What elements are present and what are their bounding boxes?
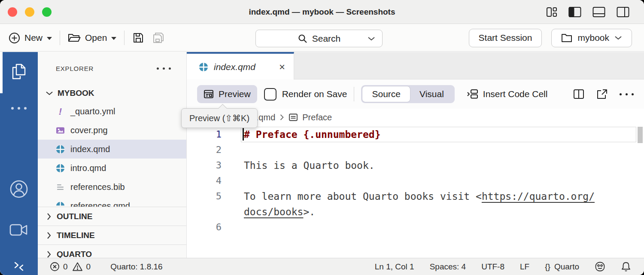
problems-warnings[interactable]: 0 [72, 262, 91, 272]
file-row-cover-png[interactable]: cover.png [38, 121, 186, 140]
remote-indicator[interactable] [0, 258, 38, 275]
problems-errors[interactable]: 0 [50, 262, 68, 272]
toggle-primary-sidebar-icon[interactable] [568, 6, 581, 18]
tab-index-qmd[interactable]: index.qmd × [187, 52, 294, 80]
explorer-sidebar: EXPLORER MYBOOK ! _quarto.yml [38, 52, 187, 258]
feedback-smiley-icon[interactable] [595, 261, 605, 272]
toggle-secondary-sidebar-icon[interactable] [617, 6, 629, 18]
code-line[interactable]: 6 [187, 220, 635, 235]
file-row-references-qmd[interactable]: references.qmd [38, 196, 186, 207]
insert-code-cell-button[interactable]: Insert Code Cell [467, 89, 548, 100]
workspace-switcher-button[interactable]: mybook [551, 29, 632, 47]
file-label: references.bib [70, 182, 125, 192]
encoding-status[interactable]: UTF-8 [481, 262, 504, 272]
render-on-save-checkbox[interactable] [264, 88, 276, 101]
text-cursor [243, 128, 244, 141]
section-quarto[interactable]: QUARTO [38, 244, 186, 258]
file-label: _quarto.yml [70, 107, 115, 116]
toggle-panel-icon[interactable] [592, 6, 605, 18]
file-label: cover.png [70, 125, 108, 135]
status-bar: 0 0 Quarto: 1.8.16 Ln 1, Col 1 Spaces: 4… [0, 258, 644, 275]
visual-mode-button[interactable]: Visual [410, 86, 453, 102]
preview-button[interactable]: Preview [197, 85, 257, 103]
root-folder-row[interactable]: MYBOOK [38, 85, 186, 102]
code-editor[interactable]: 1# Preface {.unnumbered}23This is a Quar… [187, 126, 644, 258]
file-row-references-bib[interactable]: references.bib [38, 177, 186, 196]
source-visual-toggle: Source Visual [361, 85, 454, 103]
code-line[interactable]: 4 [187, 173, 635, 189]
activity-bar [0, 52, 38, 258]
quarto-icon [199, 62, 208, 72]
section-outline[interactable]: OUTLINE [38, 207, 186, 226]
explorer-title: EXPLORER [38, 65, 94, 72]
source-mode-button[interactable]: Source [362, 86, 410, 102]
code-link[interactable]: docs/books [244, 206, 303, 217]
open-label: Open [85, 33, 107, 43]
new-label: New [24, 33, 43, 43]
explorer-more-actions-icon[interactable] [157, 67, 171, 70]
open-button[interactable]: Open [68, 32, 116, 43]
code-text: # Preface {.unnumbered} [244, 129, 381, 140]
code-text: To learn more about Quarto books visit < [244, 191, 482, 202]
split-editor-icon[interactable] [573, 89, 584, 99]
eol-status[interactable]: LF [520, 262, 529, 272]
open-external-icon[interactable] [596, 89, 608, 99]
section-label: OUTLINE [57, 212, 92, 221]
preview-label: Preview [219, 89, 251, 99]
language-mode-status[interactable]: {} Quarto [545, 262, 579, 272]
chevron-right-icon [46, 213, 52, 220]
quarto-icon [56, 164, 65, 173]
cursor-position-status[interactable]: Ln 1, Col 1 [375, 262, 414, 272]
warning-count: 0 [86, 262, 91, 272]
titlebar: index.qmd — mybook — Screenshots [0, 0, 644, 24]
code-lines: 1# Preface {.unnumbered}23This is a Quar… [187, 127, 635, 235]
preview-icon [204, 89, 214, 99]
save-button[interactable] [132, 32, 144, 44]
indentation-status[interactable]: Spaces: 4 [430, 262, 466, 272]
plus-circle-icon [9, 32, 20, 44]
render-on-save-control[interactable]: Render on Save [264, 88, 347, 101]
start-session-button[interactable]: Start Session [469, 29, 542, 47]
code-line[interactable]: 2 [187, 142, 635, 158]
quarto-version-status[interactable]: Quarto: 1.8.16 [110, 262, 162, 272]
chevron-down-icon[interactable] [368, 36, 375, 41]
code-text: This is a Quarto book. [244, 160, 375, 171]
code-line[interactable]: 5To learn more about Quarto books visit … [187, 189, 635, 204]
line-number: 5 [187, 189, 222, 204]
close-tab-icon[interactable]: × [279, 62, 285, 72]
notifications-bell-icon[interactable] [621, 261, 631, 272]
section-label: TIMELINE [57, 231, 95, 240]
code-link[interactable]: https://quarto.org/ [482, 191, 595, 202]
editor-scrollbar[interactable] [638, 127, 643, 143]
explorer-view-icon[interactable] [0, 62, 38, 81]
file-row-quarto-yml[interactable]: ! _quarto.yml [38, 102, 186, 121]
line-number: 4 [187, 173, 222, 189]
yaml-icon: ! [56, 107, 65, 116]
camera-icon[interactable] [0, 223, 38, 237]
more-actions-icon[interactable] [620, 93, 634, 95]
account-icon[interactable] [0, 179, 38, 199]
search-input[interactable]: Search [255, 30, 383, 47]
image-icon [56, 126, 65, 135]
start-session-label: Start Session [479, 33, 532, 43]
breadcrumb-symbol[interactable]: Preface [302, 113, 332, 122]
save-all-button[interactable] [152, 31, 165, 44]
chevron-down-icon [111, 37, 116, 40]
preview-tooltip: Preview (⇧⌘K) [181, 108, 258, 128]
code-line[interactable]: 1# Preface {.unnumbered} [187, 127, 635, 142]
code-line[interactable]: 3This is a Quarto book. [187, 158, 635, 173]
code-line[interactable]: docs/books>. [187, 204, 635, 220]
more-views-icon[interactable] [0, 107, 38, 110]
search-placeholder: Search [312, 34, 341, 44]
file-row-intro-qmd[interactable]: intro.qmd [38, 159, 186, 177]
search-icon [298, 34, 308, 44]
new-button[interactable]: New [9, 32, 52, 44]
section-timeline[interactable]: TIMELINE [38, 226, 186, 244]
section-label: QUARTO [57, 250, 92, 258]
chevron-down-icon [614, 35, 622, 40]
bibliography-icon [56, 183, 65, 192]
customize-layout-icon[interactable] [546, 6, 557, 18]
warning-icon [72, 262, 83, 272]
file-row-index-qmd[interactable]: index.qmd [38, 140, 186, 159]
line-number: 1 [187, 127, 222, 142]
